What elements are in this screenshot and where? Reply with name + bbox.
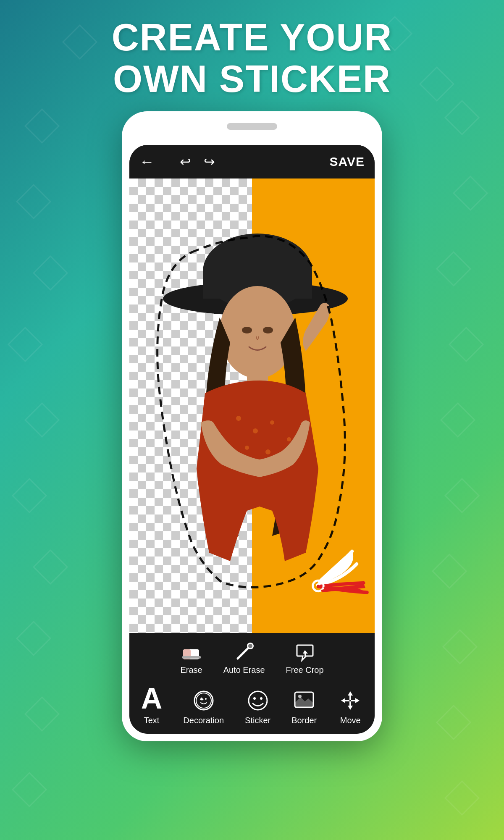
tool-row-1: Erase Auto Erase <box>180 642 323 675</box>
svg-point-49 <box>260 697 262 700</box>
svg-marker-2 <box>34 256 67 290</box>
sticker-tool[interactable]: Sticker <box>245 688 270 725</box>
back-button[interactable]: ← <box>139 153 155 171</box>
svg-point-47 <box>249 691 267 710</box>
svg-marker-17 <box>443 630 477 664</box>
move-label: Move <box>340 716 361 725</box>
free-crop-label: Free Crop <box>286 665 324 675</box>
headline-line1: CREATE YOUR <box>0 17 504 58</box>
svg-point-45 <box>196 693 211 708</box>
svg-marker-9 <box>13 773 46 806</box>
border-label: Border <box>291 716 317 725</box>
toolbar-actions: ↩ ↪ <box>180 154 215 170</box>
svg-marker-18 <box>437 706 470 739</box>
border-icon <box>291 688 317 713</box>
auto-erase-tool[interactable]: Auto Erase <box>223 642 265 675</box>
image-canvas <box>129 178 375 633</box>
erase-tool[interactable]: Erase <box>180 642 202 675</box>
svg-marker-3 <box>8 328 42 361</box>
bottom-toolbar: Erase Auto Erase <box>129 633 375 734</box>
phone-screen: ← ↩ ↪ SAVE <box>129 145 375 734</box>
svg-marker-19 <box>445 781 479 815</box>
phone-frame: ← ↩ ↪ SAVE <box>122 111 382 741</box>
erase-icon <box>181 642 202 663</box>
sticker-label: Sticker <box>245 716 270 725</box>
phone-speaker <box>227 123 277 130</box>
decoration-tool[interactable]: Decoration <box>183 688 224 725</box>
svg-marker-12 <box>437 252 470 286</box>
auto-erase-label: Auto Erase <box>223 665 265 675</box>
redo-button[interactable]: ↪ <box>204 154 215 170</box>
svg-marker-6 <box>34 550 67 584</box>
svg-point-46 <box>205 698 207 700</box>
app-toolbar: ← ↩ ↪ SAVE <box>129 145 375 178</box>
svg-rect-40 <box>182 656 201 659</box>
svg-marker-15 <box>445 479 479 512</box>
text-tool[interactable]: A Text <box>141 684 163 725</box>
svg-marker-7 <box>17 622 50 655</box>
free-crop-tool[interactable]: Free Crop <box>286 642 324 675</box>
save-button[interactable]: SAVE <box>330 155 365 169</box>
svg-point-43 <box>248 644 252 648</box>
svg-point-44 <box>194 691 213 710</box>
erase-label: Erase <box>180 665 202 675</box>
svg-marker-11 <box>454 176 487 210</box>
decoration-label: Decoration <box>183 716 224 725</box>
svg-marker-1 <box>17 185 50 218</box>
move-icon <box>338 688 363 713</box>
move-tool[interactable]: Move <box>338 688 363 725</box>
sticker-icon <box>245 688 270 713</box>
tool-row-2: A Text Decoration <box>141 684 363 725</box>
svg-marker-8 <box>25 697 59 731</box>
svg-marker-10 <box>445 101 479 134</box>
svg-point-48 <box>253 697 256 700</box>
svg-point-51 <box>298 695 302 698</box>
svg-marker-13 <box>449 328 483 361</box>
svg-marker-4 <box>25 403 59 437</box>
headline: CREATE YOUR OWN STICKER <box>0 17 504 100</box>
svg-marker-0 <box>25 109 59 143</box>
decoration-icon <box>191 688 216 713</box>
free-crop-icon <box>294 642 315 663</box>
text-label: Text <box>144 716 160 725</box>
text-icon: A <box>141 684 163 713</box>
auto-erase-icon <box>234 642 255 663</box>
undo-button[interactable]: ↩ <box>180 154 191 170</box>
headline-line2: OWN STICKER <box>0 58 504 100</box>
svg-marker-16 <box>433 554 466 588</box>
svg-marker-14 <box>441 403 475 437</box>
svg-marker-5 <box>13 479 46 512</box>
border-tool[interactable]: Border <box>291 688 317 725</box>
